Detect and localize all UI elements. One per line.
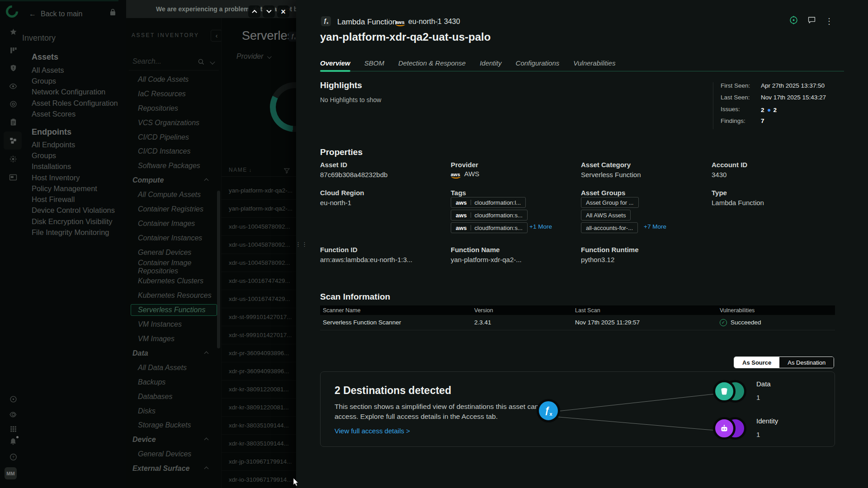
account-id-value: 3430 (712, 171, 726, 178)
aws-logo: aws (395, 18, 405, 26)
cloud-region-value: eu-north-1 (320, 199, 351, 206)
highlights-empty-text: No Highlights to show (320, 96, 381, 103)
tag-chip[interactable]: awscloudformation:s... (451, 222, 528, 233)
data-node-label: Data (756, 380, 771, 388)
destinations-card: 2 Destinations detected This section sho… (320, 371, 835, 447)
function-id-value: arn:aws:lambda:eu-north-1:3... (320, 256, 412, 263)
more-options-icon[interactable]: ⋮ (825, 16, 833, 26)
issues-value[interactable]: 22 (761, 106, 777, 114)
scan-table-row: Serverless Function Scanner 2.3.41 Nov 1… (320, 315, 835, 330)
region-label: eu-north-1 (408, 18, 442, 26)
close-icon[interactable]: × (277, 5, 289, 18)
scanner-name-column: Scanner Name (320, 307, 472, 314)
scan-table-header: Scanner Name Version Last Scan Vulnerabi… (320, 305, 835, 315)
drag-handle-icon[interactable]: ⋮⋮ (295, 241, 308, 248)
asset-groups-label: Asset Groups (581, 189, 625, 197)
issue-severity-dot (768, 109, 770, 112)
view-access-details-link[interactable]: View full access details > (335, 427, 410, 435)
provider-label: Provider (451, 161, 478, 169)
panel-header-actions: ⋮ (789, 15, 833, 27)
tab[interactable]: Configurations (516, 55, 560, 71)
cloud-region-label: Cloud Region (320, 189, 364, 197)
version-column: Version (472, 307, 572, 314)
tab[interactable]: Detection & Response (398, 55, 466, 71)
last-scan-column: Last Scan (572, 307, 717, 314)
last-scan-value: Nov 17th 2025 11:29:57 (572, 319, 717, 326)
asset-detail-panel: ⋮⋮ ƒx Lambda Function aws eu-north-1 343… (296, 0, 868, 488)
account-label: 3430 (444, 18, 460, 26)
asset-type-label: Lambda Function (337, 18, 396, 27)
asset-group-chips: Asset Group for ...All AWS Assetsall-acc… (581, 197, 639, 233)
app-root: ←Back to main Inven (0, 0, 868, 488)
data-bucket-icon (720, 387, 729, 396)
scope-icon[interactable] (789, 15, 798, 27)
findings-value[interactable]: 7 (761, 117, 764, 124)
as-destination-toggle[interactable]: As Destination (779, 357, 834, 368)
access-direction-toggle: As Source As Destination (734, 357, 834, 368)
tag-chip[interactable]: awscloudformation:l... (451, 197, 526, 208)
destinations-description: This section shows a simplified view of … (335, 402, 563, 422)
highlights-heading: Highlights (320, 80, 362, 90)
scan-information-heading: Scan Information (320, 292, 390, 302)
lambda-source-node[interactable]: ƒx (537, 399, 560, 422)
tags-more-link[interactable]: +1 More (529, 223, 552, 230)
properties-heading: Properties (320, 147, 363, 157)
tab[interactable]: SBOM (364, 55, 384, 71)
tab-bar: OverviewSBOMDetection & ResponseIdentity… (320, 55, 844, 71)
asset-category-label: Asset Category (581, 161, 631, 169)
asset-group-chip[interactable]: all-accounts-for-... (581, 222, 638, 233)
mouse-cursor (293, 478, 300, 488)
tags-chips: awscloudformation:l...awscloudformation:… (451, 197, 528, 233)
aws-logo: aws (451, 172, 460, 178)
prev-asset-icon[interactable] (248, 5, 260, 18)
next-asset-icon[interactable] (263, 5, 275, 18)
tab[interactable]: Identity (480, 55, 501, 71)
vulnerabilities-column: Vulnerabilities (717, 307, 835, 314)
meta-divider (713, 82, 713, 129)
first-seen-label: First Seen: (721, 82, 750, 89)
scan-status-value: Succeeded (731, 319, 761, 326)
identity-node-label: Identity (756, 417, 778, 425)
function-runtime-value: python3.12 (581, 256, 614, 263)
asset-id-label: Asset ID (320, 161, 347, 169)
scan-table: Scanner Name Version Last Scan Vulnerabi… (320, 305, 835, 330)
first-seen-value: Apr 27th 2025 13:37:50 (761, 82, 825, 89)
succeeded-check-icon: ✓ (720, 319, 727, 326)
data-node-count: 1 (756, 394, 760, 401)
tag-chip[interactable]: awscloudformation:s... (451, 210, 528, 221)
tab[interactable]: Vulnerabilities (573, 55, 615, 71)
destinations-heading: 2 Destinations detected (335, 385, 451, 397)
lambda-icon: ƒx (321, 16, 331, 26)
scanner-name-value: Serverless Function Scanner (320, 319, 472, 326)
asset-group-chip[interactable]: Asset Group for ... (581, 197, 639, 208)
identity-node-count: 1 (756, 431, 760, 438)
identity-node[interactable] (713, 417, 736, 440)
issues-label: Issues: (721, 106, 740, 113)
drawer-controls: × (248, 5, 289, 18)
function-id-label: Function ID (320, 246, 358, 253)
last-seen-value: Nov 17th 2025 15:43:27 (761, 94, 826, 101)
header-divider (437, 19, 438, 26)
comments-icon[interactable] (807, 16, 816, 26)
scanner-version-value: 2.3.41 (472, 319, 572, 326)
tab[interactable]: Overview (320, 55, 350, 71)
modal-backdrop (0, 0, 298, 488)
asset-group-chip[interactable]: All AWS Assets (581, 210, 631, 221)
tags-label: Tags (451, 189, 466, 197)
function-runtime-label: Function Runtime (581, 246, 639, 253)
type-value: Lambda Function (712, 199, 764, 206)
data-node[interactable] (713, 380, 736, 403)
findings-label: Findings: (721, 117, 745, 124)
asset-category-value: Serverless Function (581, 171, 641, 178)
asset-groups-more-link[interactable]: +7 More (644, 223, 666, 230)
asset-id-value: 87c69b308a48232bdb (320, 171, 387, 178)
as-source-toggle[interactable]: As Source (734, 357, 779, 368)
identity-robot-icon (720, 424, 729, 432)
last-seen-label: Last Seen: (721, 94, 750, 101)
asset-title: yan-platform-xdr-qa2-uat-us-palo (320, 31, 491, 43)
type-label: Type (712, 189, 727, 197)
account-id-label: Account ID (712, 161, 747, 169)
function-name-label: Function Name (451, 246, 500, 253)
header-divider (389, 19, 390, 26)
function-name-value: yan-platform-xdr-qa2-... (451, 256, 522, 263)
